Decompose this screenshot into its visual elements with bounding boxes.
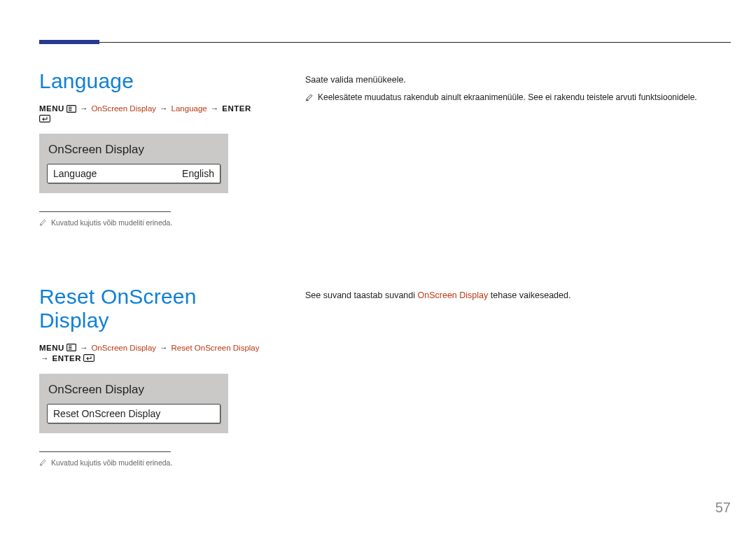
right-column: Saate valida menüükeele. Keelesätete muu… — [305, 69, 731, 229]
arrow-icon: → — [41, 354, 49, 363]
osd-panel-language: OnScreen Display Language English — [39, 134, 228, 193]
panel-title: OnScreen Display — [48, 143, 219, 157]
row-label: Language — [53, 168, 97, 179]
svg-rect-4 — [40, 115, 50, 122]
page-body: Language MENU → OnScreen Display → Langu… — [39, 42, 731, 534]
nav-enter-label: ENTER — [52, 354, 81, 363]
enter-icon — [39, 115, 50, 122]
note-image-may-differ: Kuvatud kujutis võib mudeliti erineda. — [39, 458, 263, 469]
right-suffix: tehase vaikeseaded. — [488, 290, 570, 300]
arrow-icon: → — [160, 344, 168, 352]
panel-row-language[interactable]: Language English — [47, 164, 220, 183]
nav-path-1: OnScreen Display — [91, 344, 156, 352]
nav-path-reset: MENU → OnScreen Display → Reset OnScreen… — [39, 344, 263, 363]
section-gap — [39, 229, 731, 285]
panel-row-reset[interactable]: Reset OnScreen Display — [47, 404, 220, 423]
nav-path-2: Language — [172, 104, 207, 113]
arrow-icon: → — [80, 344, 88, 352]
accent-bar — [39, 40, 99, 44]
right-prefix: See suvand taastab suvandi — [305, 290, 418, 300]
note-text: Kuvatud kujutis võib mudeliti erineda. — [51, 458, 172, 469]
pencil-icon — [39, 458, 47, 466]
note-image-may-differ: Kuvatud kujutis võib mudeliti erineda. — [39, 218, 263, 229]
svg-rect-11 — [84, 355, 94, 362]
note-text: Kuvatud kujutis võib mudeliti erineda. — [51, 218, 172, 229]
section-language: Language MENU → OnScreen Display → Langu… — [39, 69, 731, 229]
top-rule — [39, 42, 731, 43]
menu-icon — [66, 344, 76, 351]
right-note-text: Keelesätete muudatus rakendub ainult ekr… — [318, 92, 697, 102]
right-intro-text: Saate valida menüükeele. — [305, 73, 731, 87]
right-inline-link: OnScreen Display — [418, 290, 489, 300]
short-rule — [39, 211, 171, 212]
left-column: Language MENU → OnScreen Display → Langu… — [39, 69, 263, 229]
right-note: Keelesätete muudatus rakendub ainult ekr… — [305, 92, 731, 102]
arrow-icon: → — [211, 104, 219, 113]
nav-menu-label: MENU — [39, 104, 64, 113]
pencil-icon — [39, 218, 47, 226]
panel-title: OnScreen Display — [48, 383, 219, 397]
nav-path-1: OnScreen Display — [91, 104, 156, 113]
arrow-icon: → — [160, 104, 168, 113]
menu-icon — [66, 105, 76, 113]
osd-panel-reset: OnScreen Display Reset OnScreen Display — [39, 374, 228, 433]
section-reset-osd: Reset OnScreen Display MENU → OnScreen D… — [39, 285, 731, 469]
row-label: Reset OnScreen Display — [53, 408, 160, 419]
enter-icon — [83, 354, 94, 362]
page-number: 57 — [715, 500, 731, 516]
nav-path-2: Reset OnScreen Display — [172, 344, 260, 352]
right-column: See suvand taastab suvandi OnScreen Disp… — [305, 285, 731, 469]
left-column: Reset OnScreen Display MENU → OnScreen D… — [39, 285, 263, 469]
nav-path-language: MENU → OnScreen Display → Language → ENT… — [39, 104, 263, 122]
row-value: English — [182, 168, 214, 179]
right-description: See suvand taastab suvandi OnScreen Disp… — [305, 289, 731, 302]
short-rule — [39, 451, 171, 452]
pencil-icon — [305, 93, 314, 101]
heading-language: Language — [39, 69, 263, 93]
nav-menu-label: MENU — [39, 344, 64, 352]
heading-reset-osd: Reset OnScreen Display — [39, 285, 263, 332]
arrow-icon: → — [80, 104, 88, 113]
nav-enter-label: ENTER — [222, 104, 251, 113]
